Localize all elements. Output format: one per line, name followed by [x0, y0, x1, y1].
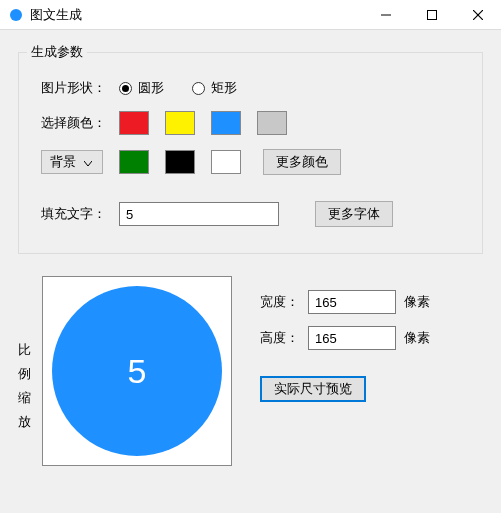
minimize-button[interactable]: [363, 0, 409, 30]
color-swatch-blue[interactable]: [211, 111, 241, 135]
width-input[interactable]: 165: [308, 290, 396, 314]
width-unit: 像素: [404, 293, 430, 311]
width-value: 165: [315, 295, 337, 310]
filltext-value: 5: [126, 207, 133, 222]
app-icon: [10, 9, 22, 21]
shape-label: 图片形状：: [41, 79, 119, 97]
more-fonts-label: 更多字体: [328, 205, 380, 223]
color-swatch-black[interactable]: [165, 150, 195, 174]
preview-box: 5: [42, 276, 232, 466]
shape-radio-rect[interactable]: 矩形: [192, 79, 237, 97]
shape-radio-rect-label: 矩形: [211, 79, 237, 97]
close-icon: [473, 10, 483, 20]
height-input[interactable]: 165: [308, 326, 396, 350]
shape-radio-circle[interactable]: 圆形: [119, 79, 164, 97]
minimize-icon: [381, 10, 391, 20]
bg-row: 背景 更多颜色: [41, 149, 460, 175]
background-combo-text: 背景: [50, 153, 76, 171]
group-title: 生成参数: [27, 43, 87, 61]
titlebar: 图文生成: [0, 0, 501, 30]
more-fonts-button[interactable]: 更多字体: [315, 201, 393, 227]
params-groupbox: 生成参数 图片形状： 圆形 矩形 选择颜色： 背景: [18, 52, 483, 254]
color-swatch-red[interactable]: [119, 111, 149, 135]
radio-dot-icon: [119, 82, 132, 95]
shape-radio-circle-label: 圆形: [138, 79, 164, 97]
preview-shape: 5: [52, 286, 222, 456]
color-label: 选择颜色：: [41, 114, 119, 132]
color-swatch-yellow[interactable]: [165, 111, 195, 135]
window-title: 图文生成: [30, 6, 82, 24]
height-unit: 像素: [404, 329, 430, 347]
height-value: 165: [315, 331, 337, 346]
preview-text: 5: [128, 352, 147, 391]
color-row: 选择颜色：: [41, 111, 460, 135]
maximize-icon: [427, 10, 437, 20]
scale-label: 比例缩放: [18, 276, 36, 434]
more-colors-label: 更多颜色: [276, 153, 328, 171]
close-button[interactable]: [455, 0, 501, 30]
color-swatch-green[interactable]: [119, 150, 149, 174]
more-colors-button[interactable]: 更多颜色: [263, 149, 341, 175]
chevron-down-icon: [84, 155, 92, 170]
radio-dot-icon: [192, 82, 205, 95]
filltext-input[interactable]: 5: [119, 202, 279, 226]
filltext-label: 填充文字：: [41, 205, 119, 223]
width-label: 宽度：: [260, 293, 308, 311]
dimensions-panel: 宽度： 165 像素 高度： 165 像素 实际尺寸预览: [260, 276, 430, 402]
actual-size-preview-button[interactable]: 实际尺寸预览: [260, 376, 366, 402]
shape-row: 图片形状： 圆形 矩形: [41, 79, 460, 97]
actual-size-preview-label: 实际尺寸预览: [274, 380, 352, 398]
color-swatch-gray[interactable]: [257, 111, 287, 135]
height-label: 高度：: [260, 329, 308, 347]
text-row: 填充文字： 5 更多字体: [41, 201, 460, 227]
background-combo[interactable]: 背景: [41, 150, 103, 174]
color-swatch-white[interactable]: [211, 150, 241, 174]
maximize-button[interactable]: [409, 0, 455, 30]
svg-rect-1: [428, 10, 437, 19]
